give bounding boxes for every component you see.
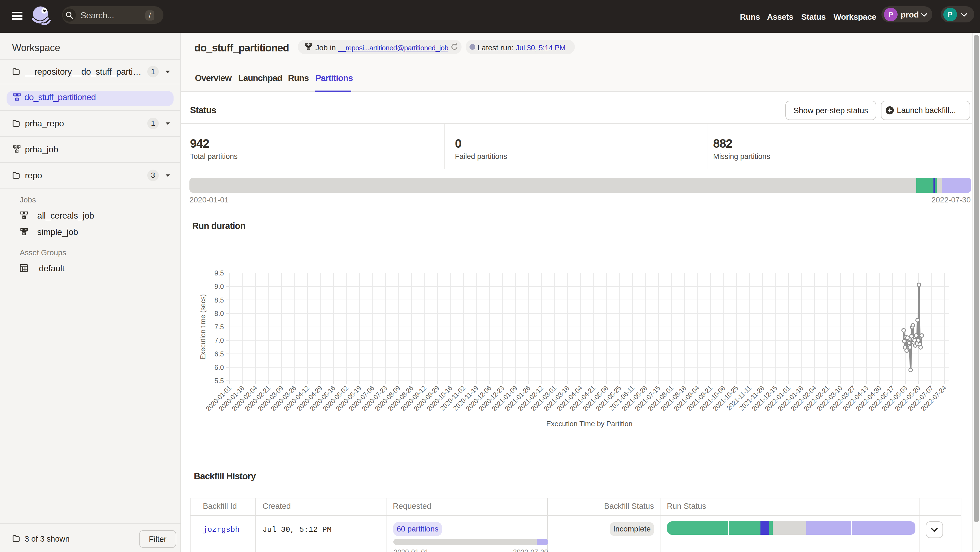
svg-text:5.5: 5.5 <box>214 377 224 385</box>
svg-text:7.5: 7.5 <box>214 323 224 331</box>
svg-text:6.5: 6.5 <box>214 350 224 358</box>
svg-text:Execution time (secs): Execution time (secs) <box>199 294 207 360</box>
svg-text:7.0: 7.0 <box>214 336 224 344</box>
svg-text:8.5: 8.5 <box>214 296 224 304</box>
svg-text:6.0: 6.0 <box>214 363 224 371</box>
svg-text:9.0: 9.0 <box>214 282 224 290</box>
svg-text:Execution Time by Partition: Execution Time by Partition <box>546 420 632 428</box>
svg-text:8.0: 8.0 <box>214 310 224 317</box>
svg-text:9.5: 9.5 <box>214 269 224 277</box>
